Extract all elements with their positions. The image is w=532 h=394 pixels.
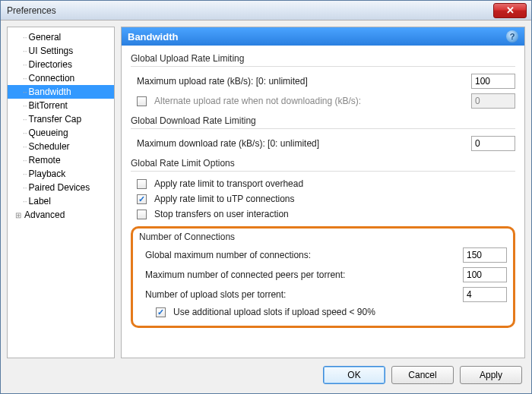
- tree-item-ui-settings[interactable]: ··UI Settings: [8, 44, 114, 58]
- checkbox-overhead[interactable]: [137, 179, 147, 189]
- group-title: Number of Connections: [139, 232, 507, 244]
- group-upload-limit: Global Upload Rate Limiting Maximum uplo…: [131, 53, 515, 111]
- body: ··General··UI Settings··Directories··Con…: [7, 27, 525, 358]
- label-overhead: Apply rate limit to transport overhead: [154, 178, 515, 189]
- tree-item-connection[interactable]: ··Connection: [8, 71, 114, 85]
- cancel-button[interactable]: Cancel: [391, 366, 454, 384]
- label-global-max: Global maximum number of connections:: [145, 250, 458, 260]
- input-peers-per-torrent[interactable]: [463, 267, 507, 282]
- tree-item-label: Advanced: [24, 210, 65, 220]
- client-area: ··General··UI Settings··Directories··Con…: [1, 20, 531, 393]
- tree-item-label: Directories: [29, 59, 72, 70]
- tree-item-label: Paired Devices: [29, 182, 90, 193]
- tree-item-transfer-cap[interactable]: ··Transfer Cap: [8, 112, 114, 126]
- row-peers-per-torrent: Maximum number of connected peers per to…: [139, 265, 507, 285]
- checkbox-alt-upload[interactable]: [137, 96, 147, 106]
- group-title: Global Download Rate Limiting: [131, 115, 515, 129]
- help-icon[interactable]: ?: [506, 30, 518, 43]
- checkbox-utp[interactable]: [137, 194, 147, 204]
- footer: OK Cancel Apply: [7, 358, 525, 387]
- close-button[interactable]: ✕: [493, 3, 527, 18]
- window-title: Preferences: [7, 5, 493, 16]
- input-alt-upload: [471, 93, 515, 109]
- input-global-max[interactable]: [463, 247, 507, 263]
- preferences-window: Preferences ✕ ··General··UI Settings··Di…: [0, 0, 532, 394]
- tree-item-label: General: [29, 32, 62, 43]
- row-global-max: Global maximum number of connections:: [139, 245, 507, 265]
- input-upload-slots[interactable]: [463, 287, 507, 302]
- row-max-upload: Maximum upload rate (kB/s): [0: unlimite…: [131, 71, 515, 91]
- tree-item-label: BitTorrent: [29, 100, 68, 111]
- input-max-upload[interactable]: [471, 74, 515, 89]
- group-rate-options: Global Rate Limit Options Apply rate lim…: [131, 158, 515, 222]
- label-upload-slots: Number of upload slots per torrent:: [145, 289, 458, 300]
- row-utp: Apply rate limit to uTP connections: [131, 191, 515, 206]
- tree-item-playback[interactable]: ··Playback: [8, 167, 114, 181]
- tree-item-paired-devices[interactable]: ··Paired Devices: [8, 181, 114, 194]
- tree-item-label: Label: [29, 196, 51, 206]
- category-tree[interactable]: ··General··UI Settings··Directories··Con…: [7, 27, 115, 358]
- settings-panel: Bandwidth ? Global Upload Rate Limiting …: [121, 27, 525, 358]
- tree-item-remote[interactable]: ··Remote: [8, 153, 114, 167]
- tree-item-scheduler[interactable]: ··Scheduler: [8, 140, 114, 153]
- group-download-limit: Global Download Rate Limiting Maximum do…: [131, 115, 515, 153]
- tree-item-general[interactable]: ··General: [8, 30, 114, 44]
- label-utp: Apply rate limit to uTP connections: [154, 194, 515, 204]
- panel-body: Global Upload Rate Limiting Maximum uplo…: [122, 46, 524, 358]
- tree-item-queueing[interactable]: ··Queueing: [8, 126, 114, 140]
- row-stop: Stop transfers on user interaction: [131, 206, 515, 222]
- panel-header: Bandwidth ?: [122, 27, 524, 46]
- group-connections-highlight: Number of Connections Global maximum num…: [131, 226, 515, 328]
- row-upload-slots: Number of upload slots per torrent:: [139, 285, 507, 304]
- input-max-download[interactable]: [471, 136, 515, 151]
- tree-item-bandwidth[interactable]: ··Bandwidth: [8, 85, 114, 99]
- row-alt-upload: Alternate upload rate when not downloadi…: [131, 91, 515, 111]
- label-stop: Stop transfers on user interaction: [154, 209, 515, 219]
- apply-button[interactable]: Apply: [460, 366, 522, 384]
- label-max-download: Maximum download rate (kB/s): [0: unlimi…: [137, 138, 467, 149]
- close-icon: ✕: [506, 5, 515, 16]
- checkbox-extra-slots[interactable]: [156, 307, 166, 317]
- tree-item-label: Remote: [29, 155, 61, 165]
- ok-button[interactable]: OK: [323, 366, 385, 384]
- label-extra-slots: Use additional upload slots if upload sp…: [173, 307, 507, 317]
- expand-icon[interactable]: ⊞: [14, 211, 23, 219]
- label-peers-per-torrent: Maximum number of connected peers per to…: [145, 269, 458, 280]
- tree-item-label: Bandwidth: [29, 87, 71, 97]
- label-max-upload: Maximum upload rate (kB/s): [0: unlimite…: [137, 76, 467, 87]
- tree-item-advanced[interactable]: ⊞Advanced: [8, 208, 114, 222]
- tree-item-label: Playback: [29, 169, 66, 179]
- titlebar: Preferences ✕: [1, 1, 531, 20]
- tree-item-label: Transfer Cap: [29, 114, 82, 125]
- tree-item-directories[interactable]: ··Directories: [8, 58, 114, 71]
- tree-item-label[interactable]: ··Label: [8, 194, 114, 208]
- group-title: Global Upload Rate Limiting: [131, 53, 515, 67]
- tree-item-bittorrent[interactable]: ··BitTorrent: [8, 99, 114, 112]
- row-max-download: Maximum download rate (kB/s): [0: unlimi…: [131, 134, 515, 153]
- row-overhead: Apply rate limit to transport overhead: [131, 176, 515, 191]
- tree-item-label: Connection: [29, 73, 75, 84]
- panel-title: Bandwidth: [128, 31, 178, 43]
- tree-item-label: UI Settings: [29, 46, 74, 56]
- checkbox-stop[interactable]: [137, 210, 147, 219]
- tree-item-label: Scheduler: [29, 141, 70, 152]
- row-extra-slots: Use additional upload slots if upload sp…: [139, 304, 507, 320]
- label-alt-upload: Alternate upload rate when not downloadi…: [154, 96, 467, 106]
- group-title: Global Rate Limit Options: [131, 158, 515, 172]
- tree-item-label: Queueing: [29, 128, 68, 138]
